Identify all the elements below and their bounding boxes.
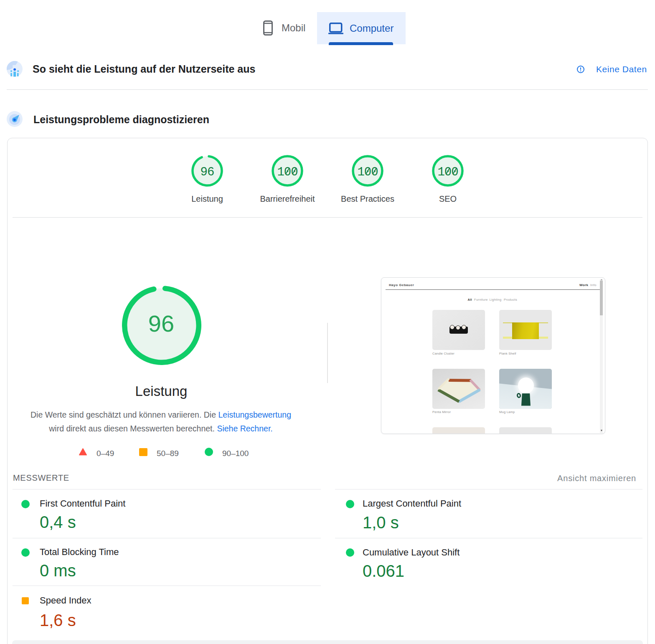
svg-text:100: 100	[277, 165, 297, 179]
svg-text:100: 100	[357, 165, 378, 179]
svg-text:96: 96	[201, 165, 214, 179]
svg-text:100: 100	[437, 165, 458, 179]
